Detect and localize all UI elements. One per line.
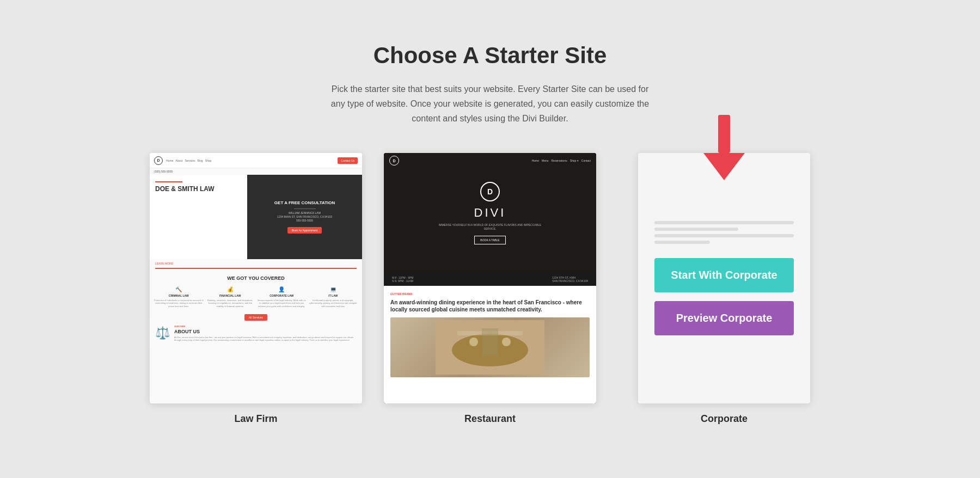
lf-about-title: ABOUT US xyxy=(174,329,357,334)
lf-about-tag: OUR FIRM xyxy=(174,325,357,328)
rest-info-bar: M-F: 11PM - 9PMS-S: 9PM - 11AM 1234 5TH … xyxy=(384,273,596,286)
svg-point-3 xyxy=(469,338,478,346)
start-with-corporate-button[interactable]: Start With Corporate xyxy=(654,258,793,292)
lf-nav-item: Home xyxy=(166,159,173,162)
table-svg xyxy=(436,320,544,375)
lf-service-desc: Protection of individuals or corporation… xyxy=(154,299,204,308)
lf-service-corporate: 👤 CORPORATE LAW Various aspects of the l… xyxy=(257,286,307,308)
rest-nav-contact: Contact xyxy=(581,159,591,162)
lf-service-desc: Intellectual property, patent, and copyr… xyxy=(309,299,358,308)
restaurant-label: Restaurant xyxy=(464,413,516,425)
rest-hero-subtitle: IMMERSE YOURSELF IN A WORLD OF EXQUISITE… xyxy=(436,223,544,231)
mock-line-4 xyxy=(654,241,710,244)
restaurant-preview: D Home Menu Reservations Shop ▾ Contact … xyxy=(384,153,596,403)
lf-service-title: IT LAW xyxy=(328,294,338,297)
lf-nav-item: Shop xyxy=(205,159,212,162)
page-title: Choose A Starter Site xyxy=(373,42,607,69)
lf-divider-line xyxy=(155,181,182,182)
rest-hero-logo: D xyxy=(480,182,500,201)
arrow-head xyxy=(703,153,745,180)
lf-about-desc: At Divi, we are more than just a law fir… xyxy=(174,336,357,342)
card-corporate: Start With Corporate Preview Corporate C… xyxy=(618,153,830,425)
rest-content: GUTTER BRAND An award-winning dining exp… xyxy=(384,286,596,403)
lf-phone: (555) 555-5555 xyxy=(150,168,362,175)
lf-service-financial: 💰 FINANCIAL LAW Banking, securities, ins… xyxy=(206,286,255,308)
rest-hero: D Home Menu Reservations Shop ▾ Contact … xyxy=(384,153,596,273)
preview-corporate-button[interactable]: Preview Corporate xyxy=(654,301,793,335)
mock-line-3 xyxy=(654,234,793,237)
lf-contact-btn: Contact Us xyxy=(338,157,358,164)
computer-icon: 💻 xyxy=(330,286,336,292)
corporate-preview: Start With Corporate Preview Corporate xyxy=(638,153,810,403)
lf-nav-bar: D Home About Services Blog Shop Contact … xyxy=(150,153,362,168)
lf-service-title: CORPORATE LAW xyxy=(270,294,293,297)
lf-hero-title: DOE & SMITH LAW xyxy=(155,185,242,193)
lf-services: 🔨 CRIMINAL LAW Protection of individuals… xyxy=(150,286,362,313)
rest-tag: GUTTER BRAND xyxy=(390,292,590,296)
rest-nav-menu: Menu xyxy=(542,159,549,162)
mock-line-1 xyxy=(654,221,793,224)
page-wrapper: Choose A Starter Site Pick the starter s… xyxy=(0,10,980,469)
lf-service-title: FINANCIAL LAW xyxy=(219,294,241,297)
rest-logo: D xyxy=(389,156,399,166)
cards-row: D Home About Services Blog Shop Contact … xyxy=(109,153,871,425)
lf-hero-right: GET A FREE CONSULTATION WILLIAM JENNINGS… xyxy=(247,175,362,259)
lf-nav-item: Services xyxy=(185,159,195,162)
lf-consult-text: WILLIAM JENNINGS LAW1234 MAIN ST, SAN FR… xyxy=(277,211,332,223)
lf-nav: Home About Services Blog Shop xyxy=(166,159,334,162)
hammer-icon: 🔨 xyxy=(175,286,182,292)
lf-nav-item: Blog xyxy=(198,159,203,162)
rest-nav-home: Home xyxy=(532,159,539,162)
rest-nav: D Home Menu Reservations Shop ▾ Contact xyxy=(384,153,596,168)
rest-hero-title: DIVI xyxy=(474,206,506,220)
lf-about-content: OUR FIRM ABOUT US At Divi, we are more t… xyxy=(174,325,357,342)
lf-hero-left: DOE & SMITH LAW xyxy=(150,175,247,259)
card-restaurant: D Home Menu Reservations Shop ▾ Contact … xyxy=(384,153,596,425)
rest-nav-reservations: Reservations xyxy=(552,159,567,162)
lf-service-it: 💻 IT LAW Intellectual property, patent, … xyxy=(309,286,358,308)
arrow-wrapper xyxy=(703,115,745,180)
rest-address: 1234 5TH ST, #984SAN FRANCISCO, CA 94108 xyxy=(552,276,588,283)
rest-table-photo xyxy=(390,317,590,377)
money-icon: 💰 xyxy=(227,286,234,292)
arrow-shaft xyxy=(718,115,730,153)
mock-lines xyxy=(654,221,793,244)
lf-consult-title: GET A FREE CONSULTATION xyxy=(274,200,335,205)
lf-nav-item: About xyxy=(175,159,182,162)
lf-logo: D xyxy=(154,156,163,165)
lf-about: ⚖️ OUR FIRM ABOUT US At Divi, we are mor… xyxy=(150,321,362,346)
rest-nav-shop: Shop ▾ xyxy=(570,159,579,162)
lf-service-desc: Banking, securities, insurance, and deri… xyxy=(206,299,255,308)
rest-hero-logo-text: D xyxy=(487,187,493,196)
rest-book-btn: BOOK A TABLE xyxy=(474,236,505,244)
lf-service-title: CRIMINAL LAW xyxy=(169,294,189,297)
rest-content-title: An award-winning dining experience in th… xyxy=(390,299,590,313)
lf-consult-btn: Book An Appointment xyxy=(287,227,322,234)
lf-learn-more: LEARN MORE xyxy=(150,259,362,268)
lf-section-title: WE GOT YOU COVERED xyxy=(150,269,362,286)
lf-all-services-btn: All Services xyxy=(244,314,267,321)
lf-consult-line xyxy=(294,209,316,209)
lf-hero: DOE & SMITH LAW GET A FREE CONSULTATION … xyxy=(150,175,362,259)
card-law-firm: D Home About Services Blog Shop Contact … xyxy=(150,153,362,425)
rest-nav-right: Home Menu Reservations Shop ▾ Contact xyxy=(532,159,591,162)
corporate-label: Corporate xyxy=(701,413,748,425)
mock-line-2 xyxy=(654,228,738,231)
rest-image xyxy=(390,317,590,377)
lf-service-criminal: 🔨 CRIMINAL LAW Protection of individuals… xyxy=(154,286,204,308)
law-firm-preview: D Home About Services Blog Shop Contact … xyxy=(150,153,362,403)
lf-service-desc: Various aspects of the legal industry. W… xyxy=(257,299,307,308)
rest-hours: M-F: 11PM - 9PMS-S: 9PM - 11AM xyxy=(392,276,413,283)
svg-rect-5 xyxy=(482,328,498,356)
svg-point-4 xyxy=(502,338,511,346)
law-firm-label: Law Firm xyxy=(234,413,277,425)
person-icon: 👤 xyxy=(278,286,285,292)
page-subtitle: Pick the starter site that best suits yo… xyxy=(327,82,653,126)
gavel-icon: ⚖️ xyxy=(155,326,170,340)
